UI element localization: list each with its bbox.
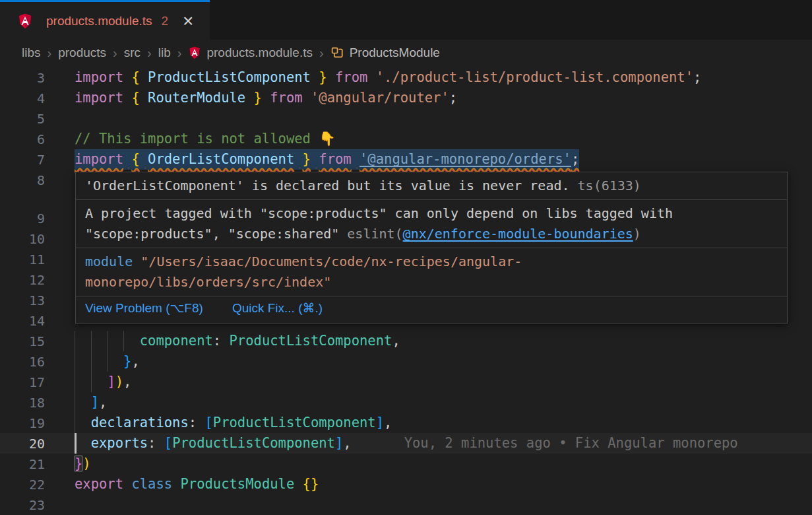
view-problem-action[interactable]: View Problem (⌥F8) <box>85 299 203 318</box>
code-line-4[interactable]: 4import { RouterModule } from '@angular/… <box>0 88 812 108</box>
code-line-6[interactable]: 6// This import is not allowed 👇 <box>0 129 812 149</box>
code-token: ProductsModule <box>180 476 294 492</box>
code-token <box>311 151 319 167</box>
code-text: ], <box>75 392 812 413</box>
indent-guide <box>75 392 75 413</box>
code-token: } <box>75 456 82 471</box>
line-number: 17 <box>0 374 75 390</box>
code-line-23[interactable]: 23 <box>0 495 812 515</box>
code-text <box>75 495 812 515</box>
chevron-right-icon: › <box>177 46 182 61</box>
code-token: , <box>343 435 351 451</box>
code-token: , <box>131 353 139 369</box>
line-number: 13 <box>0 292 75 308</box>
code-token: from <box>319 151 351 167</box>
code-token: ] <box>335 435 343 451</box>
class-symbol-icon <box>330 46 344 60</box>
chevron-right-icon: › <box>147 46 152 61</box>
code-token: from <box>335 69 367 85</box>
code-token: '@angular/router' <box>311 90 449 106</box>
code-token: import <box>75 69 123 85</box>
code-text: exports: [ProductListComponent],You, 2 m… <box>75 433 812 454</box>
code-line-20[interactable]: 20 exports: [ProductListComponent],You, … <box>0 433 812 454</box>
code-token: component <box>140 333 213 349</box>
breadcrumb-item-products[interactable]: products <box>58 46 106 60</box>
close-icon[interactable]: × <box>183 15 193 28</box>
code-token: } <box>254 90 262 106</box>
code-line-7[interactable]: 7import { OrderListComponent } from '@an… <box>0 149 812 170</box>
code-token <box>75 415 91 430</box>
indent-guide <box>91 372 92 392</box>
angular-file-icon <box>188 46 201 60</box>
code-text: import { RouterModule } from '@angular/r… <box>75 88 812 108</box>
module-path-info: module "/Users/isaac/Documents/code/nx-r… <box>76 248 787 296</box>
code-token: { <box>131 69 139 85</box>
tab-error-count-badge: 2 <box>162 14 169 28</box>
code-token <box>311 69 319 85</box>
line-number: 20 <box>0 436 75 452</box>
code-token: } <box>303 151 311 167</box>
code-token: } <box>123 353 131 369</box>
indent-guide <box>91 351 92 372</box>
diagnostic-text: 'OrderListComponent' is declared but its… <box>85 178 570 193</box>
line-number: 5 <box>0 111 75 127</box>
code-token: RouterModule <box>148 90 245 106</box>
code-token <box>123 476 131 492</box>
line-number: 15 <box>0 333 75 349</box>
code-line-3[interactable]: 3import { ProductListComponent } from '.… <box>0 67 812 88</box>
code-token: , <box>392 333 400 349</box>
line-number: 7 <box>0 152 75 168</box>
line-number: 11 <box>0 252 75 267</box>
chevron-right-icon: › <box>113 46 117 61</box>
breadcrumb-item-libs[interactable]: libs <box>22 46 41 60</box>
code-line-17[interactable]: 17 ]), <box>0 372 812 392</box>
angular-file-icon <box>17 13 33 30</box>
code-token: './product-list/product-list.component' <box>376 69 693 85</box>
tab-products-module-ts[interactable]: products.module.ts 2 × <box>0 0 210 40</box>
code-token: , <box>384 415 392 430</box>
code-line-19[interactable]: 19 declarations: [ProductListComponent], <box>0 413 812 433</box>
error-highlight-range: import { OrderListComponent } from '@ang… <box>75 149 579 170</box>
diagnostic-text-line2: "scope:products", "scope:shared"eslint(@… <box>85 224 778 244</box>
code-text: ]), <box>75 372 812 392</box>
code-token: ProductListComponent <box>172 435 335 451</box>
code-text: import { OrderListComponent } from '@ang… <box>75 149 812 170</box>
code-token: : <box>148 435 164 451</box>
hover-action-bar: View Problem (⌥F8) Quick Fix... (⌘.) <box>76 296 787 323</box>
code-token: import <box>75 151 123 167</box>
line-number: 18 <box>0 395 75 411</box>
line-number: 22 <box>0 477 75 493</box>
breadcrumb-item-file[interactable]: products.module.ts <box>206 46 313 60</box>
line-number: 19 <box>0 415 75 431</box>
code-token: ) <box>82 456 90 471</box>
breadcrumb-item-lib[interactable]: lib <box>158 46 171 60</box>
code-token <box>294 476 302 492</box>
code-line-16[interactable]: 16 }, <box>0 351 812 372</box>
indent-guide <box>75 351 75 372</box>
code-token: ] <box>107 374 115 390</box>
eslint-rule-link[interactable]: @nx/enforce-module-boundaries <box>403 226 633 242</box>
line-number: 4 <box>0 90 75 106</box>
code-line-15[interactable]: 15 component: ProductListComponent, <box>0 331 812 351</box>
code-line-5[interactable]: 5 <box>0 108 812 129</box>
code-token: { <box>131 90 139 106</box>
code-token: declarations <box>91 415 189 430</box>
line-number: 23 <box>0 497 75 513</box>
code-line-21[interactable]: 21}) <box>0 454 812 474</box>
code-text: import { ProductListComponent } from './… <box>75 67 812 88</box>
code-token: '@angular-monorepo/orders' <box>359 151 571 167</box>
code-line-22[interactable]: 22export class ProductsModule {} <box>0 474 812 495</box>
module-keyword: module <box>85 254 133 269</box>
breadcrumb-item-src[interactable]: src <box>124 46 141 60</box>
code-token: ; <box>571 151 579 167</box>
breadcrumb: libs › products › src › lib › products.m… <box>0 40 812 66</box>
code-token <box>245 90 253 106</box>
breadcrumb-item-symbol[interactable]: ProductsModule <box>350 46 440 60</box>
chevron-right-icon: › <box>319 46 324 61</box>
code-line-18[interactable]: 18 ], <box>0 392 812 413</box>
code-token <box>75 353 123 369</box>
code-token: : <box>189 415 205 430</box>
quick-fix-action[interactable]: Quick Fix... (⌘.) <box>232 299 323 318</box>
code-token <box>140 69 148 85</box>
code-token: } <box>319 69 327 85</box>
